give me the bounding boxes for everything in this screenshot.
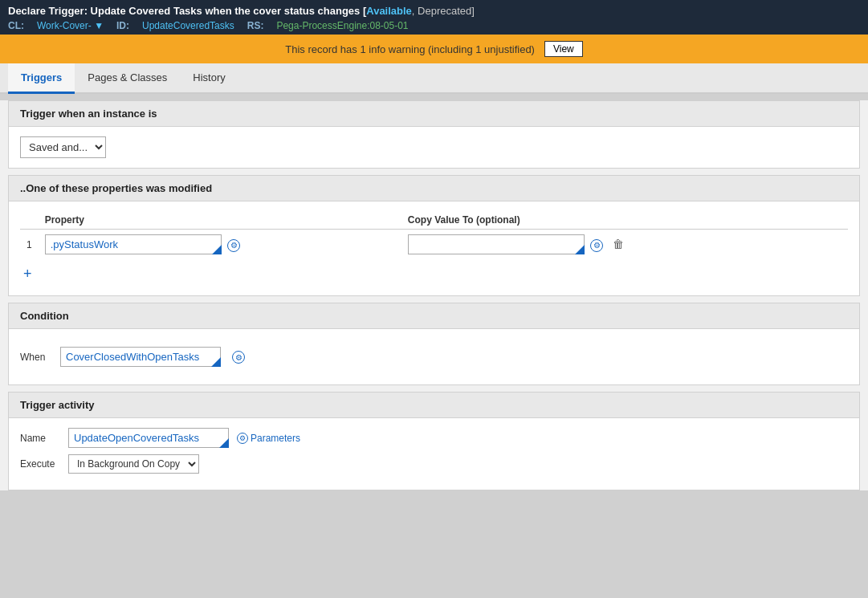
- execute-label: Execute: [20, 458, 60, 470]
- tab-triggers[interactable]: Triggers: [8, 63, 75, 94]
- params-circle-icon: ⚙: [237, 433, 248, 444]
- condition-header: Condition: [9, 303, 859, 329]
- header-meta: CL: Work-Cover- ▼ ID: UpdateCoveredTasks…: [8, 20, 860, 31]
- name-label: Name: [20, 433, 60, 444]
- parameters-link[interactable]: ⚙ Parameters: [237, 433, 300, 444]
- activity-body: Name ⚙ Parameters Execute In Background …: [9, 418, 859, 490]
- when-arrow-indicator: [211, 357, 221, 367]
- id-value: UpdateCoveredTasks: [142, 20, 234, 31]
- cl-label: CL:: [8, 20, 24, 31]
- copy-value-input-wrapper: [408, 234, 585, 254]
- app-header: Declare Trigger: Update Covered Tasks wh…: [0, 0, 868, 35]
- property-gear-button[interactable]: ⚙: [224, 236, 243, 254]
- col-copy-value-header: Copy Value To (optional): [401, 211, 800, 230]
- property-input[interactable]: [45, 234, 222, 254]
- cl-value-text: Work-Cover-: [37, 20, 92, 31]
- tabs-container: Triggers Pages & Classes History: [0, 63, 868, 94]
- when-input[interactable]: [60, 347, 221, 367]
- col-property-header: Property: [39, 211, 401, 230]
- execute-row: Execute In Background On Copy Immediatel…: [20, 454, 848, 474]
- trigger-when-body: Saved and... Created Deleted Updated: [9, 127, 859, 168]
- delete-row-button[interactable]: 🗑: [609, 236, 627, 252]
- properties-section: ..One of these properties was modified P…: [8, 175, 860, 296]
- params-label-text: Parameters: [251, 433, 300, 444]
- title-prefix: Declare Trigger: Update Covered Tasks wh…: [8, 5, 366, 17]
- activity-section: Trigger activity Name ⚙ Parameters Execu…: [8, 392, 860, 490]
- properties-header: ..One of these properties was modified: [9, 176, 859, 201]
- activity-title: Trigger activity: [20, 399, 94, 411]
- cl-value: Work-Cover- ▼: [37, 20, 104, 31]
- copy-value-input[interactable]: [408, 234, 585, 254]
- title-status: Available: [366, 5, 412, 17]
- property-arrow-indicator: [212, 245, 222, 254]
- activity-name-input-wrapper: [68, 428, 229, 448]
- property-input-wrapper: [45, 234, 222, 254]
- rs-label: RS:: [247, 20, 264, 31]
- activity-arrow-indicator: [219, 438, 229, 448]
- cl-dropdown-icon[interactable]: ▼: [94, 20, 104, 31]
- copy-value-gear-button[interactable]: ⚙: [587, 236, 606, 254]
- title-suffix: , Deprecated]: [412, 5, 475, 17]
- row-number: 1: [20, 230, 39, 260]
- property-gear-icon: ⚙: [227, 239, 240, 252]
- condition-title: Condition: [20, 310, 69, 322]
- copy-value-cell: ⚙ 🗑: [401, 230, 800, 260]
- view-button[interactable]: View: [544, 41, 583, 57]
- when-gear-icon: ⚙: [232, 351, 245, 364]
- add-property-button[interactable]: +: [20, 262, 35, 286]
- warning-message: This record has 1 info warning (includin…: [285, 43, 535, 55]
- when-gear-button[interactable]: ⚙: [229, 348, 248, 366]
- tab-pages-classes[interactable]: Pages & Classes: [75, 63, 180, 94]
- header-title: Declare Trigger: Update Covered Tasks wh…: [8, 5, 860, 17]
- trigger-when-select[interactable]: Saved and... Created Deleted Updated: [20, 136, 106, 158]
- condition-row: When ⚙: [20, 339, 848, 375]
- col-num-header: [20, 211, 39, 230]
- rs-value: Pega-ProcessEngine:08-05-01: [276, 20, 408, 31]
- id-label: ID:: [116, 20, 129, 31]
- tab-history[interactable]: History: [180, 63, 238, 94]
- main-content: Trigger when an instance is Saved and...…: [0, 100, 868, 490]
- warning-bar: This record has 1 info warning (includin…: [0, 35, 868, 63]
- trigger-when-title: Trigger when an instance is: [20, 108, 157, 120]
- activity-name-input[interactable]: [68, 428, 229, 448]
- properties-title: ..One of these properties was modified: [20, 182, 212, 194]
- property-cell: ⚙: [39, 230, 401, 260]
- properties-body: Property Copy Value To (optional) 1: [9, 201, 859, 295]
- col-actions-header: [800, 211, 848, 230]
- condition-section: Condition When ⚙: [8, 303, 860, 385]
- copy-value-arrow-indicator: [575, 245, 585, 254]
- activity-header: Trigger activity: [9, 393, 859, 418]
- activity-name-row: Name ⚙ Parameters: [20, 428, 848, 448]
- copy-value-gear-icon: ⚙: [590, 239, 603, 252]
- execute-select[interactable]: In Background On Copy Immediately In Bac…: [68, 454, 199, 474]
- trigger-when-header: Trigger when an instance is: [9, 101, 859, 127]
- condition-body: When ⚙: [9, 329, 859, 384]
- trigger-when-section: Trigger when an instance is Saved and...…: [8, 100, 860, 169]
- when-input-wrapper: [60, 347, 221, 367]
- when-label: When: [20, 352, 52, 363]
- table-row: 1 ⚙: [20, 230, 848, 260]
- properties-table: Property Copy Value To (optional) 1: [20, 211, 848, 259]
